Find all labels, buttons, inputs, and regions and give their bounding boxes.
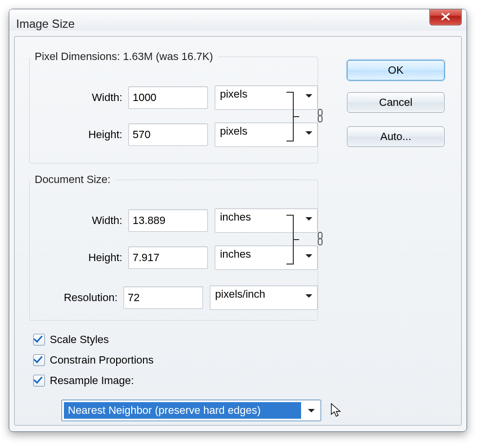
doc-link-bracket — [285, 213, 312, 264]
resample-image-label: Resample Image: — [50, 374, 134, 387]
cancel-button[interactable]: Cancel — [347, 92, 445, 113]
close-icon — [440, 12, 451, 21]
svg-rect-1 — [318, 116, 322, 122]
cursor-icon — [330, 403, 344, 418]
ok-button[interactable]: OK — [347, 60, 445, 81]
resample-image-checkbox[interactable] — [33, 375, 45, 387]
px-width-label: Width: — [30, 91, 128, 104]
close-button[interactable] — [429, 9, 462, 25]
resolution-input[interactable] — [123, 286, 203, 309]
svg-rect-2 — [318, 232, 322, 239]
px-height-label: Height: — [30, 128, 128, 141]
resample-row: Nearest Neighbor (preserve hard edges) — [61, 400, 344, 421]
dialog-client-area: OK Cancel Auto... Pixel Dimensions: 1.63… — [14, 36, 462, 426]
svg-rect-0 — [318, 109, 322, 116]
doc-width-input[interactable] — [128, 209, 208, 232]
resolution-unit-select[interactable]: pixels/inch — [210, 285, 318, 310]
buttons-column: OK Cancel Auto... — [347, 60, 445, 159]
titlebar: Image Size — [9, 9, 467, 31]
pixel-dimensions-legend: Pixel Dimensions: 1.63M (was 16.7K) — [30, 50, 218, 63]
svg-rect-3 — [318, 239, 322, 245]
resample-method-value: Nearest Neighbor (preserve hard edges) — [64, 402, 301, 419]
resolution-label: Resolution: — [30, 291, 123, 304]
options-checkboxes: Scale Styles Constrain Proportions Resam… — [33, 329, 154, 391]
chain-icon — [317, 232, 324, 245]
chain-icon — [317, 109, 324, 122]
auto-button[interactable]: Auto... — [347, 126, 445, 147]
doc-link-icon[interactable] — [317, 232, 324, 245]
px-link-icon[interactable] — [317, 109, 324, 122]
px-link-bracket — [285, 90, 312, 141]
window-title: Image Size — [16, 17, 75, 31]
constrain-proportions-label: Constrain Proportions — [50, 354, 154, 367]
px-width-input[interactable] — [128, 86, 208, 109]
image-size-dialog: Image Size OK Cancel Auto... Pixel Dimen… — [9, 9, 467, 432]
resample-method-select[interactable]: Nearest Neighbor (preserve hard edges) — [61, 400, 321, 421]
constrain-proportions-checkbox[interactable] — [33, 354, 45, 366]
document-size-group: Document Size: Width: inches Height: inc… — [29, 173, 318, 321]
scale-styles-checkbox[interactable] — [33, 334, 45, 346]
scale-styles-label: Scale Styles — [50, 333, 109, 346]
doc-width-label: Width: — [30, 214, 128, 227]
document-size-legend: Document Size: — [30, 173, 115, 186]
doc-height-label: Height: — [30, 251, 128, 264]
pixel-dimensions-group: Pixel Dimensions: 1.63M (was 16.7K) Widt… — [29, 50, 318, 163]
doc-height-input[interactable] — [128, 246, 208, 269]
px-height-input[interactable] — [128, 123, 208, 146]
